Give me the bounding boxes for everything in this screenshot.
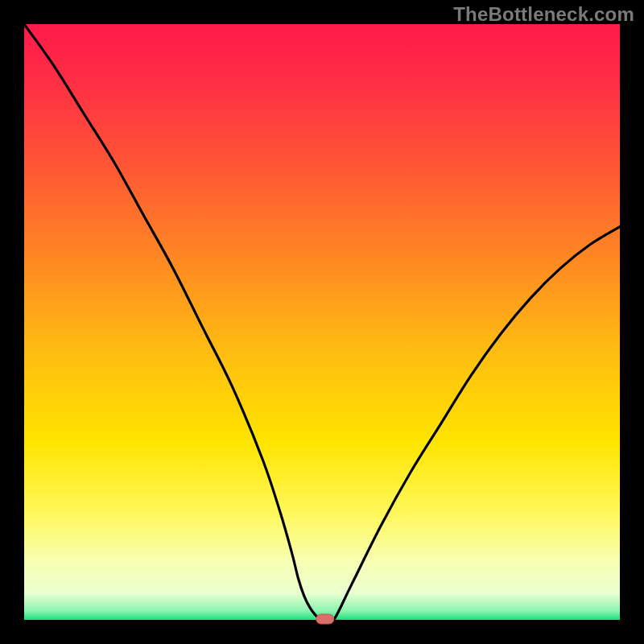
plot-background (24, 24, 620, 620)
bottleneck-chart (0, 0, 644, 644)
watermark-label: TheBottleneck.com (453, 3, 634, 26)
optimum-marker (316, 614, 334, 624)
chart-frame: { "watermark": "TheBottleneck.com", "col… (0, 0, 644, 644)
